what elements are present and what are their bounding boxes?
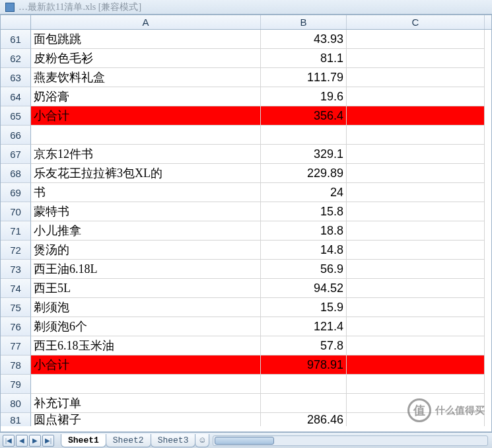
row-header[interactable]: 71: [1, 221, 31, 241]
cell-a[interactable]: 书: [31, 183, 261, 202]
scrollbar-thumb[interactable]: [215, 437, 274, 445]
cell-b[interactable]: [261, 375, 347, 394]
cell-c[interactable]: [347, 317, 485, 336]
cell-a[interactable]: 蒙特书: [31, 202, 261, 221]
cell-a[interactable]: 小合计: [31, 106, 261, 126]
cell-c[interactable]: [347, 394, 485, 413]
cell-b[interactable]: 111.79: [261, 68, 347, 87]
sheet-tab[interactable]: Sheet3: [151, 434, 196, 447]
sheet-tab[interactable]: Sheet1: [61, 434, 106, 447]
cell-c[interactable]: [347, 126, 485, 145]
cell-c[interactable]: [347, 183, 485, 202]
row-header[interactable]: 72: [1, 241, 31, 260]
cell-a[interactable]: 燕麦饮料礼盒: [31, 68, 261, 87]
row-header[interactable]: 65: [1, 106, 31, 126]
row-header[interactable]: 80: [1, 394, 31, 413]
cell-c[interactable]: [347, 413, 485, 426]
cell-c[interactable]: [347, 145, 485, 164]
cell-a[interactable]: 小合计: [31, 355, 261, 375]
cell-c[interactable]: [347, 241, 485, 260]
cell-c[interactable]: [347, 202, 485, 221]
row-header[interactable]: 79: [1, 375, 31, 394]
cell-b[interactable]: 19.6: [261, 87, 347, 106]
col-header-a[interactable]: A: [31, 15, 261, 29]
row-header[interactable]: 73: [1, 260, 31, 279]
row-header[interactable]: 64: [1, 87, 31, 106]
cell-a[interactable]: [31, 375, 261, 394]
cell-c[interactable]: [347, 68, 485, 87]
cell-c[interactable]: [347, 336, 485, 355]
cell-b[interactable]: [261, 126, 347, 145]
row-header[interactable]: 68: [1, 164, 31, 183]
cell-c[interactable]: [347, 164, 485, 183]
cell-a[interactable]: 京东12件书: [31, 145, 261, 164]
cell-a[interactable]: 乐友花王拉拉裤3包XL的: [31, 164, 261, 183]
row-header[interactable]: 69: [1, 183, 31, 202]
cell-b[interactable]: 81.1: [261, 49, 347, 68]
cell-a[interactable]: 皮粉色毛衫: [31, 49, 261, 68]
row-header[interactable]: 77: [1, 336, 31, 355]
cell-a[interactable]: 剃须泡6个: [31, 317, 261, 336]
cell-c[interactable]: [347, 260, 485, 279]
cell-a[interactable]: 面包跳跳: [31, 30, 261, 49]
cell-b[interactable]: 329.1: [261, 145, 347, 164]
row-header[interactable]: 62: [1, 49, 31, 68]
nav-last-button[interactable]: ▶|: [42, 435, 54, 447]
nav-first-button[interactable]: |◀: [3, 435, 15, 447]
cell-b[interactable]: 356.4: [261, 106, 347, 126]
cell-b[interactable]: [261, 394, 347, 413]
cell-a[interactable]: 剃须泡: [31, 298, 261, 317]
row-header[interactable]: 74: [1, 279, 31, 298]
cell-b[interactable]: 14.8: [261, 241, 347, 260]
cell-b[interactable]: 286.46: [261, 413, 347, 426]
cell-a[interactable]: 西王6.18玉米油: [31, 336, 261, 355]
sheet-tab[interactable]: Sheet2: [106, 434, 151, 447]
table-row: 74西王5L94.52: [1, 279, 491, 298]
cell-c[interactable]: [347, 279, 485, 298]
cell-c[interactable]: [347, 49, 485, 68]
cell-b[interactable]: 15.9: [261, 298, 347, 317]
cell-b[interactable]: 56.9: [261, 260, 347, 279]
cell-a[interactable]: 奶浴膏: [31, 87, 261, 106]
row-header[interactable]: 70: [1, 202, 31, 221]
row-header[interactable]: 67: [1, 145, 31, 164]
cell-a[interactable]: 圆点裙子: [31, 413, 261, 426]
cell-b[interactable]: 43.93: [261, 30, 347, 49]
cell-a[interactable]: 煲汤的: [31, 241, 261, 260]
row-header[interactable]: 81: [1, 413, 31, 426]
horizontal-scrollbar[interactable]: [213, 435, 488, 446]
row-header[interactable]: 78: [1, 355, 31, 375]
row-header[interactable]: 61: [1, 30, 31, 49]
cell-c[interactable]: [347, 106, 485, 126]
select-all-corner[interactable]: [1, 15, 31, 29]
cell-c[interactable]: [347, 355, 485, 375]
cell-a[interactable]: 小儿推拿: [31, 221, 261, 241]
cell-c[interactable]: [347, 30, 485, 49]
cell-c[interactable]: [347, 375, 485, 394]
cell-b[interactable]: 57.8: [261, 336, 347, 355]
new-sheet-tab[interactable]: ☺: [195, 434, 209, 447]
col-header-b[interactable]: B: [261, 15, 347, 29]
cell-a[interactable]: 西王5L: [31, 279, 261, 298]
row-header[interactable]: 75: [1, 298, 31, 317]
cell-b[interactable]: 24: [261, 183, 347, 202]
row-header[interactable]: 63: [1, 68, 31, 87]
cell-b[interactable]: 978.91: [261, 355, 347, 375]
row-header[interactable]: 66: [1, 126, 31, 145]
cell-b[interactable]: 94.52: [261, 279, 347, 298]
cell-a[interactable]: 补充订单: [31, 394, 261, 413]
cell-a[interactable]: 西王油6.18L: [31, 260, 261, 279]
row-header[interactable]: 76: [1, 317, 31, 336]
cell-b[interactable]: 15.8: [261, 202, 347, 221]
cell-c[interactable]: [347, 87, 485, 106]
nav-prev-button[interactable]: ◀: [16, 435, 28, 447]
table-row: 66: [1, 126, 491, 145]
cell-a[interactable]: [31, 126, 261, 145]
col-header-c[interactable]: C: [347, 15, 485, 29]
cell-b[interactable]: 121.4: [261, 317, 347, 336]
cell-b[interactable]: 229.89: [261, 164, 347, 183]
nav-next-button[interactable]: ▶: [29, 435, 41, 447]
cell-c[interactable]: [347, 221, 485, 241]
cell-b[interactable]: 18.8: [261, 221, 347, 241]
cell-c[interactable]: [347, 298, 485, 317]
